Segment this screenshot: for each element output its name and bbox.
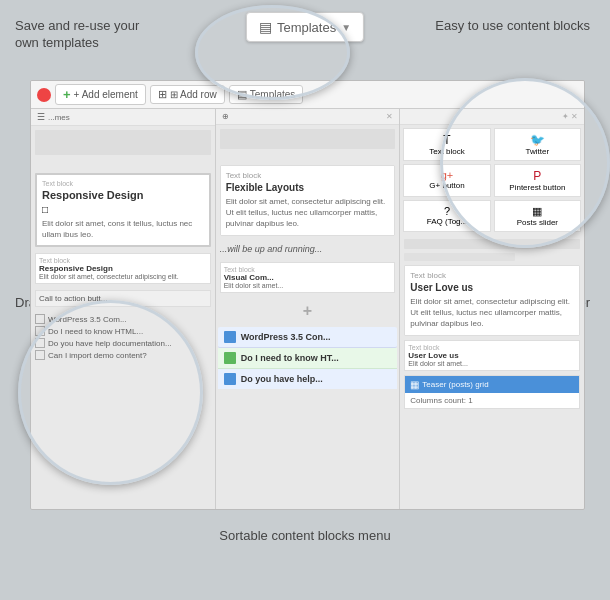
col2-placeholder-2: [220, 153, 349, 161]
col3-placeholder: [404, 239, 580, 249]
block-item-text[interactable]: T Text block: [403, 128, 490, 161]
templates-label: Templates: [277, 20, 336, 35]
list-item-4: Can I import demo content?: [35, 349, 211, 361]
sb1-text: Elit dolor sit amet, consectetur adipisc…: [39, 273, 207, 280]
pinterest-label: Pinterest button: [509, 183, 565, 192]
annotation-top-left: Save and re-use yourown templates: [15, 18, 139, 52]
bottom-list-col1: WordPress 3.5 Com... Do I need to know H…: [31, 311, 215, 363]
faq-label: FAQ (Tog...: [427, 217, 467, 226]
block-item-posts[interactable]: ▦ Posts slider: [494, 200, 581, 232]
teaser-subtitle: Columns count: 1: [405, 393, 579, 408]
teaser-header: ▦ Teaser (posts) grid: [405, 376, 579, 393]
sortable-item-2[interactable]: Do I need to know HT...: [218, 348, 398, 369]
flex-block-title: Flexible Layouts: [226, 182, 390, 193]
sb2-text: Elit dolor sit amet...: [224, 282, 392, 289]
col2-placeholder: [220, 129, 396, 149]
templates-arrow-icon: ▼: [341, 22, 351, 33]
annotation-top-right: Easy to use content blocks: [435, 18, 590, 35]
list-text-3: Do you have help documentation...: [48, 339, 172, 348]
sortable-item-1[interactable]: WordPress 3.5 Con...: [218, 327, 398, 348]
user-block-label: Text block: [410, 271, 574, 280]
small-block-3: Text block User Love us Elit dolor sit a…: [404, 340, 580, 371]
list-text-4: Can I import demo content?: [48, 351, 147, 360]
sb2-title: Visual Com...: [224, 273, 392, 282]
editor-container: + + Add element ⊞ ⊞ Add row ▤ Templates …: [30, 80, 585, 510]
user-love-block: Text block User Love us Elit dolor sit a…: [404, 265, 580, 336]
annotation-bottom-center: Sortable content blocks menu: [219, 528, 390, 545]
sort-icon-2: [224, 352, 236, 364]
twitter-label: Twitter: [526, 147, 550, 156]
checkbox-1: [35, 314, 45, 324]
block-item-twitter[interactable]: 🐦 Twitter: [494, 128, 581, 161]
list-item-1: WordPress 3.5 Com...: [35, 313, 211, 325]
block-item-faq[interactable]: ? FAQ (Tog...: [403, 200, 490, 232]
plus-center-icon: +: [303, 302, 312, 320]
block-item-pinterest[interactable]: P Pinterest button: [494, 164, 581, 197]
templates-toolbar-button[interactable]: ▤ Templates: [229, 85, 304, 104]
checkbox-3: [35, 338, 45, 348]
sort-icon-3: [224, 373, 236, 385]
col3-toolbar: ✦ ✕: [400, 109, 584, 125]
templates-toolbar-label: Templates: [250, 89, 296, 100]
flexible-layouts-block: Text block Flexible Layouts Elit dolor s…: [220, 165, 396, 236]
col1-icon: ☰: [37, 112, 45, 122]
sortable-menu: WordPress 3.5 Con... Do I need to know H…: [218, 327, 398, 389]
add-element-label: + Add element: [74, 89, 138, 100]
list-item-2: Do I need to know HTML...: [35, 325, 211, 337]
sort-icon-1: [224, 331, 236, 343]
site-icon: [37, 88, 51, 102]
col2-plus-area[interactable]: +: [216, 297, 400, 325]
sb3-title: User Love us: [408, 351, 576, 360]
faq-icon: ?: [408, 205, 485, 217]
text-block-icon: T: [408, 133, 485, 147]
templates-icon: ▤: [259, 19, 272, 35]
col2-toolbar: ⊕ ✕: [216, 109, 400, 125]
gplus-icon: g+: [408, 169, 485, 181]
teaser-block: ▦ Teaser (posts) grid Columns count: 1: [404, 375, 580, 409]
block-label-1: Text block: [42, 180, 204, 187]
pinterest-icon: P: [499, 169, 576, 183]
running-text: ...will be up and running...: [216, 240, 400, 258]
block-item-gplus[interactable]: g+ G+ button: [403, 164, 490, 197]
list-text-1: WordPress 3.5 Com...: [48, 315, 127, 324]
col3-icons: ✦ ✕: [562, 112, 578, 121]
list-text-2: Do I need to know HTML...: [48, 327, 143, 336]
sb2-label: Text block: [224, 266, 392, 273]
small-block-1: Text block Responsive Design Elit dolor …: [35, 253, 211, 284]
templates-toolbar-icon: ▤: [237, 88, 247, 101]
user-block-title: User Love us: [410, 282, 574, 293]
posts-icon: ▦: [499, 205, 576, 218]
responsive-design-block: Text block Responsive Design □ Elit dolo…: [35, 173, 211, 247]
placeholder-2: [35, 159, 211, 169]
flex-block-text: Elit dolor sit amet, consectetur adipisc…: [226, 196, 390, 230]
sb3-label: Text block: [408, 344, 576, 351]
sortable-item-3[interactable]: Do you have help...: [218, 369, 398, 389]
teaser-icon: ▦: [410, 379, 419, 390]
posts-label: Posts slider: [517, 218, 558, 227]
user-block-text: Elit dolor sit amet, consectetur adipisc…: [410, 296, 574, 330]
sb3-text: Elit dolor sit amet...: [408, 360, 576, 367]
col2-drag-icon: ⊕: [222, 112, 229, 121]
checkbox-2: [35, 326, 45, 336]
device-icon: □: [42, 204, 48, 215]
col1-toolbar: ☰ ...mes: [31, 109, 215, 126]
sort-label-1: WordPress 3.5 Con...: [241, 332, 331, 342]
col1-label: ...mes: [48, 113, 70, 122]
gplus-label: G+ button: [429, 181, 464, 190]
add-element-button[interactable]: + + Add element: [55, 84, 146, 105]
editor-toolbar: + + Add element ⊞ ⊞ Add row ▤ Templates: [31, 81, 584, 109]
col3-placeholder-2: [404, 253, 514, 261]
call-to-action-block: Call to action butt...: [35, 290, 211, 307]
plus-icon: +: [63, 87, 71, 102]
twitter-icon: 🐦: [499, 133, 576, 147]
placeholder-1: [35, 130, 211, 155]
checkbox-4: [35, 350, 45, 360]
sort-label-3: Do you have help...: [241, 374, 323, 384]
add-row-button[interactable]: ⊞ ⊞ Add row: [150, 85, 225, 104]
flex-block-label: Text block: [226, 171, 390, 180]
add-row-icon: ⊞: [158, 88, 167, 101]
content-blocks-panel: T Text block 🐦 Twitter g+ G+ button P Pi…: [400, 125, 584, 235]
templates-button[interactable]: ▤ Templates ▼: [246, 12, 364, 42]
block-title-1: Responsive Design: [42, 189, 204, 201]
sort-label-2: Do I need to know HT...: [241, 353, 339, 363]
